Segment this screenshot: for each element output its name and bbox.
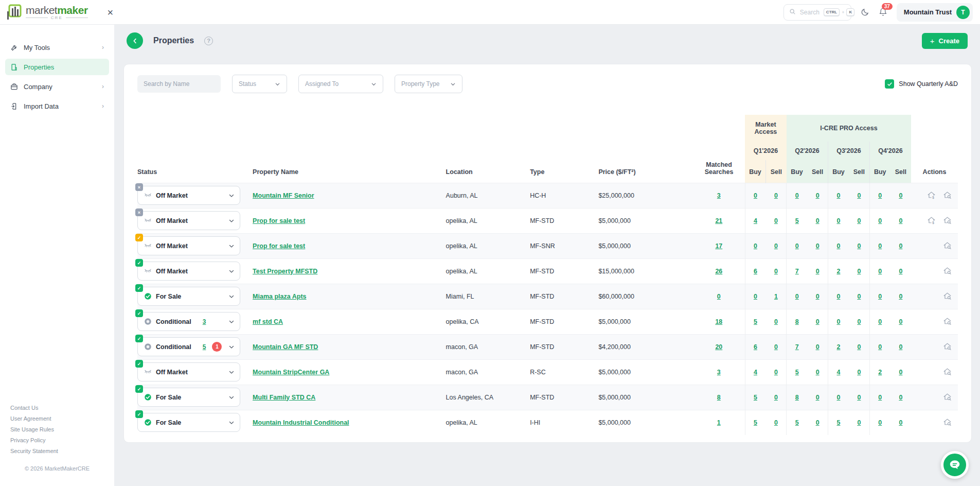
property-type-filter-select[interactable]: Property Type xyxy=(395,75,462,93)
matched-searches-link[interactable]: 3 xyxy=(717,369,721,376)
buy-count-link[interactable]: 2 xyxy=(878,369,882,376)
status-dropdown[interactable]: ✓For Sale xyxy=(137,388,240,407)
property-name-link[interactable]: Prop for sale test xyxy=(253,242,305,250)
status-count-link[interactable]: 5 xyxy=(203,343,206,351)
matched-searches-link[interactable]: 17 xyxy=(715,242,722,250)
buy-count-link[interactable]: 2 xyxy=(837,343,841,351)
back-button[interactable] xyxy=(127,32,143,49)
property-name-link[interactable]: Mountain MF Senior xyxy=(253,192,314,199)
status-dropdown[interactable]: ✓Off Market xyxy=(137,236,240,255)
sell-count-link[interactable]: 0 xyxy=(816,217,819,224)
buy-count-link[interactable]: 0 xyxy=(878,217,882,224)
buy-count-link[interactable]: 5 xyxy=(754,394,757,401)
buy-count-link[interactable]: 0 xyxy=(837,217,841,224)
footer-link-privacy-policy[interactable]: Privacy Policy xyxy=(10,437,104,443)
house-search-icon[interactable] xyxy=(943,191,952,200)
property-name-link[interactable]: Prop for sale test xyxy=(253,217,305,224)
sell-count-link[interactable]: 0 xyxy=(816,192,819,199)
sell-count-link[interactable]: 0 xyxy=(774,419,778,426)
footer-link-user-agreement[interactable]: User Agreement xyxy=(10,415,104,422)
buy-count-link[interactable]: 5 xyxy=(795,369,799,376)
buy-count-link[interactable]: 0 xyxy=(754,192,757,199)
sell-count-link[interactable]: 0 xyxy=(857,217,861,224)
buy-count-link[interactable]: 7 xyxy=(795,268,799,275)
status-dropdown[interactable]: ✓For Sale xyxy=(137,287,240,306)
buy-count-link[interactable]: 0 xyxy=(878,419,882,426)
house-search-icon[interactable] xyxy=(943,342,952,351)
sell-count-link[interactable]: 0 xyxy=(899,293,902,300)
user-menu[interactable]: Mountain Trust T xyxy=(897,3,973,22)
house-search-icon[interactable] xyxy=(943,241,952,250)
notifications-button[interactable]: 37 xyxy=(879,8,887,16)
house-search-icon[interactable] xyxy=(943,267,952,275)
buy-count-link[interactable]: 0 xyxy=(878,318,882,325)
buy-count-link[interactable]: 5 xyxy=(795,419,799,426)
buy-count-link[interactable]: 0 xyxy=(878,242,882,250)
sell-count-link[interactable]: 0 xyxy=(857,242,861,250)
sell-count-link[interactable]: 0 xyxy=(899,394,902,401)
property-name-link[interactable]: Miama plaza Apts xyxy=(253,293,306,300)
house-search-icon[interactable] xyxy=(943,368,952,376)
assigned-to-filter-select[interactable]: Assigned To xyxy=(298,75,383,93)
sell-count-link[interactable]: 0 xyxy=(816,369,819,376)
property-name-link[interactable]: Multi Family STD CA xyxy=(253,394,315,401)
house-search-icon[interactable] xyxy=(943,418,952,427)
buy-count-link[interactable]: 8 xyxy=(795,394,799,401)
sell-count-link[interactable]: 0 xyxy=(899,242,902,250)
buy-count-link[interactable]: 0 xyxy=(837,318,841,325)
property-name-link[interactable]: Mountain GA MF STD xyxy=(253,343,318,351)
status-count-link[interactable]: 3 xyxy=(203,318,206,325)
sell-count-link[interactable]: 0 xyxy=(857,318,861,325)
buy-count-link[interactable]: 0 xyxy=(837,394,841,401)
buy-count-link[interactable]: 0 xyxy=(795,192,799,199)
buy-count-link[interactable]: 8 xyxy=(795,318,799,325)
property-name-link[interactable]: Mountain Industrial Conditional xyxy=(253,419,349,426)
buy-count-link[interactable]: 5 xyxy=(837,419,841,426)
status-dropdown[interactable]: ×Off Market xyxy=(137,186,240,205)
status-dropdown[interactable]: ✓Conditional3 xyxy=(137,312,240,331)
house-search-icon[interactable] xyxy=(943,317,952,326)
sell-count-link[interactable]: 0 xyxy=(899,217,902,224)
sell-count-link[interactable]: 0 xyxy=(899,343,902,351)
buy-count-link[interactable]: 2 xyxy=(837,268,841,275)
matched-searches-link[interactable]: 21 xyxy=(715,217,722,224)
buy-count-link[interactable]: 0 xyxy=(878,268,882,275)
buy-count-link[interactable]: 6 xyxy=(754,343,757,351)
sell-count-link[interactable]: 0 xyxy=(899,369,902,376)
buy-count-link[interactable]: 5 xyxy=(795,217,799,224)
buy-count-link[interactable]: 0 xyxy=(837,293,841,300)
sell-count-link[interactable]: 0 xyxy=(857,192,861,199)
buy-count-link[interactable]: 4 xyxy=(754,369,757,376)
sell-count-link[interactable]: 0 xyxy=(774,242,778,250)
sell-count-link[interactable]: 1 xyxy=(774,293,778,300)
buy-count-link[interactable]: 0 xyxy=(837,242,841,250)
buy-count-link[interactable]: 6 xyxy=(754,268,757,275)
matched-searches-link[interactable]: 3 xyxy=(717,192,721,199)
sidebar-item-properties[interactable]: Properties xyxy=(5,59,109,75)
footer-link-site-usage-rules[interactable]: Site Usage Rules xyxy=(10,426,104,432)
sell-count-link[interactable]: 0 xyxy=(816,394,819,401)
buy-count-link[interactable]: 0 xyxy=(878,394,882,401)
status-dropdown[interactable]: ✓Conditional51 xyxy=(137,337,240,356)
create-button[interactable]: + Create xyxy=(922,33,968,49)
status-dropdown[interactable]: ✓For Sale xyxy=(137,413,240,432)
sell-count-link[interactable]: 0 xyxy=(774,343,778,351)
sell-count-link[interactable]: 0 xyxy=(857,268,861,275)
buy-count-link[interactable]: 0 xyxy=(878,343,882,351)
show-quarterly-checkbox[interactable] xyxy=(885,79,894,89)
house-dollar-icon[interactable]: $ xyxy=(927,216,936,225)
matched-searches-link[interactable]: 20 xyxy=(715,343,722,351)
close-icon[interactable]: × xyxy=(108,7,114,18)
matched-searches-link[interactable]: 26 xyxy=(715,268,722,275)
matched-searches-link[interactable]: 8 xyxy=(717,394,721,401)
sidebar-item-my-tools[interactable]: My Tools › xyxy=(5,39,109,56)
help-icon[interactable]: ? xyxy=(204,37,213,45)
matched-searches-link[interactable]: 1 xyxy=(717,419,721,426)
sell-count-link[interactable]: 0 xyxy=(857,293,861,300)
footer-link-contact-us[interactable]: Contact Us xyxy=(10,405,104,411)
sell-count-link[interactable]: 0 xyxy=(774,394,778,401)
sell-count-link[interactable]: 0 xyxy=(816,419,819,426)
buy-count-link[interactable]: 0 xyxy=(795,293,799,300)
property-name-link[interactable]: Test Property MFSTD xyxy=(253,268,317,275)
sell-count-link[interactable]: 0 xyxy=(774,192,778,199)
